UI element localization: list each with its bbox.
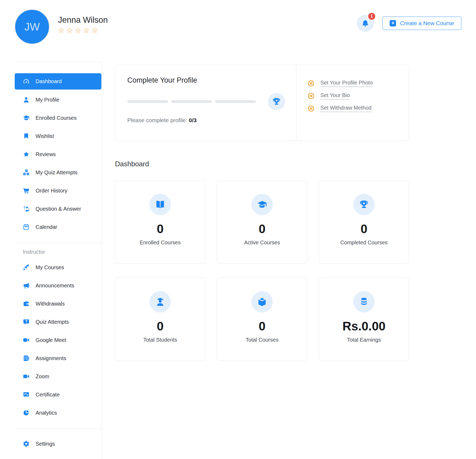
stat-label: Enrolled Courses (140, 240, 181, 246)
create-course-button[interactable]: Create a New Course (382, 17, 461, 30)
stat-value: 0 (259, 319, 266, 333)
progress-segment (127, 100, 168, 103)
stat-card-total-students: 0Total Students (115, 277, 205, 361)
notification-badge: 1 (367, 12, 376, 21)
stat-icon-circle (251, 291, 273, 313)
svg-text:?: ? (23, 206, 26, 210)
sidebar-item-label: Settings (36, 441, 55, 447)
stat-label: Completed Courses (340, 240, 388, 246)
dashboard-page: JW Jenna Wilson ☆☆☆☆☆ 1 Create a New Cou… (0, 0, 476, 459)
star-icon (23, 151, 30, 158)
sidebar-item-dashboard[interactable]: Dashboard (15, 73, 101, 90)
sidebar-item-question-answer[interactable]: ?Question & Answer (15, 200, 101, 218)
calendar-icon (23, 223, 30, 230)
stat-value: 0 (157, 319, 164, 333)
sidebar-item-certificate[interactable]: Certificate (15, 385, 101, 404)
sidebar-footer-nav: Settings (15, 435, 101, 453)
sidebar-item-reviews[interactable]: Reviews (15, 145, 101, 163)
sidebar-item-my-courses[interactable]: My Courses (15, 258, 101, 276)
graduation-cap-icon (257, 199, 267, 210)
circle-x-icon (308, 105, 314, 112)
star-rating: ☆☆☆☆☆ (58, 27, 108, 34)
sidebar-item-label: Assignments (36, 355, 66, 361)
sidebar-item-label: Reviews (36, 151, 56, 157)
sidebar-section-label: Instructor (15, 249, 101, 255)
sidebar-item-calendar[interactable]: Calendar (15, 218, 101, 236)
sidebar-item-analytics[interactable]: Analytics (15, 404, 101, 422)
sidebar-item-label: Announcements (36, 283, 74, 289)
checklist-link[interactable]: Set Withdraw Method (320, 105, 371, 112)
user-name: Jenna Wilson (58, 15, 108, 25)
gear-icon (23, 440, 30, 447)
progress-segment (215, 100, 256, 103)
sidebar-item-label: Analytics (36, 410, 57, 416)
stat-label: Total Earnings (347, 337, 381, 343)
sidebar-item-wishlist[interactable]: Wishlist (15, 127, 101, 145)
complete-profile-card: Complete Your Profile Please complete pr… (115, 65, 409, 141)
sidebar-item-assignments[interactable]: Assignments (15, 349, 101, 367)
stat-card-completed-courses: 0Completed Courses (319, 180, 409, 264)
star-icon: ☆ (83, 26, 91, 34)
video-camera-icon (23, 373, 30, 380)
profile-checklist: Set Your Profile PhotoSet Your BioSet Wi… (296, 65, 409, 141)
sidebar-item-my-profile[interactable]: My Profile (15, 91, 101, 109)
stat-value: 0 (360, 222, 367, 236)
sidebar-item-announcements[interactable]: Announcements (15, 276, 101, 295)
progress-bar (127, 100, 256, 103)
stat-card-enrolled-courses: 0Enrolled Courses (115, 180, 205, 264)
trophy-badge (268, 93, 285, 110)
star-icon: ☆ (91, 26, 100, 34)
cart-icon (23, 187, 30, 194)
profile-progress-note: Please complete profile: 0/3 (127, 117, 296, 124)
checklist-link[interactable]: Set Your Bio (320, 92, 350, 99)
progress-note-value: 0/3 (189, 117, 197, 123)
user-block: Jenna Wilson ☆☆☆☆☆ (58, 9, 108, 34)
assignment-icon (23, 355, 30, 362)
checklist-item-set-your-profile-photo: Set Your Profile Photo (308, 80, 409, 87)
sidebar-item-label: Wishlist (36, 133, 54, 139)
sidebar-item-label: Quiz Attempts (36, 319, 69, 325)
sidebar-item-enrolled-courses[interactable]: Enrolled Courses (15, 109, 101, 127)
sidebar-item-my-quiz-attempts[interactable]: My Quiz Attempts (15, 163, 101, 182)
sidebar-instructor-nav: My CoursesAnnouncementsWithdrawals?Quiz … (15, 258, 101, 422)
profile-progress-row (127, 93, 285, 110)
coins-icon (359, 297, 369, 307)
sidebar-main-nav: DashboardMy ProfileEnrolled CoursesWishl… (15, 73, 101, 236)
sidebar-item-settings[interactable]: Settings (15, 435, 101, 453)
sidebar-item-google-meet[interactable]: Google Meet (15, 331, 101, 349)
trophy-icon (359, 199, 369, 210)
progress-note-text: Please complete profile: (127, 117, 189, 123)
stat-card-active-courses: 0Active Courses (217, 180, 307, 264)
header-actions: 1 Create a New Course (357, 9, 461, 32)
star-icon: ☆ (66, 26, 75, 34)
notification-bell-button[interactable]: 1 (357, 15, 374, 32)
stat-label: Total Students (143, 337, 177, 343)
progress-segment (171, 100, 212, 103)
stat-card-total-earnings: Rs.0.00Total Earnings (319, 277, 409, 361)
checklist-item-set-withdraw-method: Set Withdraw Method (308, 105, 409, 112)
sidebar-item-order-history[interactable]: Order History (15, 182, 101, 200)
stat-icon-circle (149, 291, 171, 313)
rocket-icon (23, 264, 30, 271)
checklist-item-set-your-bio: Set Your Bio (308, 92, 409, 99)
body: DashboardMy ProfileEnrolled CoursesWishl… (0, 62, 476, 459)
sidebar-item-quiz-attempts[interactable]: ?Quiz Attempts (15, 313, 101, 331)
stat-icon-circle (353, 194, 375, 215)
sidebar-item-zoom[interactable]: Zoom (15, 367, 101, 385)
graduation-cap-icon (23, 114, 30, 121)
question-answer-icon: ? (23, 205, 30, 212)
sidebar-item-label: Order History (36, 188, 67, 194)
blocks-icon (23, 169, 30, 176)
bookmark-icon (23, 133, 30, 140)
stat-value: 0 (259, 222, 266, 236)
video-camera-icon (23, 337, 30, 344)
sidebar-item-withdrawals[interactable]: Withdrawals (15, 295, 101, 313)
checklist-link[interactable]: Set Your Profile Photo (320, 80, 373, 87)
circle-x-icon (308, 80, 314, 87)
create-course-label: Create a New Course (400, 20, 454, 26)
sidebar-item-label: Calendar (36, 224, 57, 230)
sidebar-item-label: Dashboard (36, 78, 62, 84)
sidebar-divider (15, 429, 101, 429)
sidebar-item-label: Zoom (36, 373, 49, 380)
stat-value: Rs.0.00 (342, 319, 385, 333)
